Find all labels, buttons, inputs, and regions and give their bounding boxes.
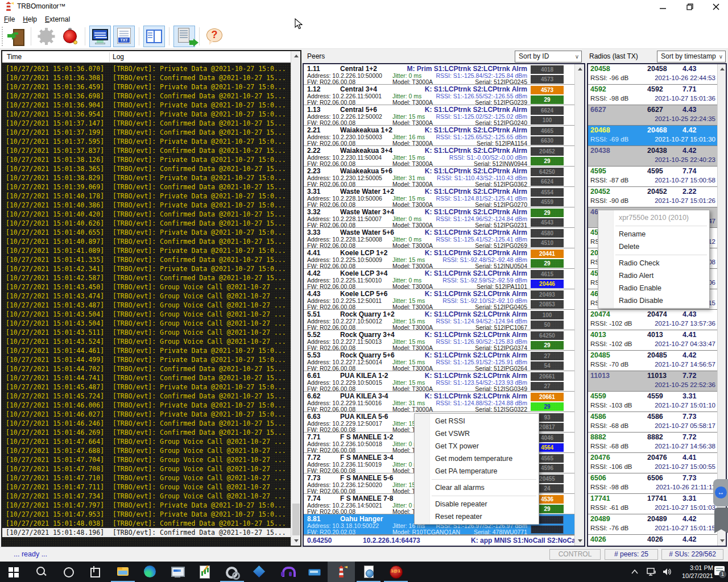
log-row[interactable]: [10/27/2021 15:01:48.196][TRBO/evt]: Con… (2, 528, 291, 537)
radio-row[interactable]: 20458204584.43RSSI: -96 dB2021-10-26 22:… (588, 64, 717, 85)
settings-gear-button[interactable] (35, 26, 57, 47)
log-row[interactable]: [10/27/2021 15:01:38.365][TRBO/evt]: Con… (2, 164, 291, 173)
log-column-log[interactable]: Log (113, 53, 124, 61)
text-log-button[interactable]: TXT (113, 26, 135, 47)
log-column-time[interactable]: Time (7, 53, 22, 61)
remote-widget-tab[interactable]: ↔ (713, 479, 728, 506)
split-view-button[interactable] (143, 26, 165, 47)
taskbar-log-viewer[interactable] (191, 562, 218, 582)
peer-row[interactable]: 5.52Rock Quarry 3+4K: S1:LCPtrnk S2:LCPt… (304, 330, 575, 351)
log-row[interactable]: [10/27/2021 15:01:40.897][TRBO/evt]: Con… (2, 237, 291, 246)
radio-row[interactable]: 20474204744.43RSSI: -102 dB2021-10-27 13… (588, 310, 717, 330)
log-row[interactable]: [10/27/2021 15:01:40.655][TRBO/evt]: Pri… (2, 228, 291, 237)
restore-button[interactable] (680, 0, 700, 14)
menu-item-rename[interactable]: Rename (598, 228, 709, 240)
log-column-divider[interactable] (109, 52, 110, 62)
menu-external[interactable]: External (41, 15, 74, 23)
log-row[interactable]: [10/27/2021 15:01:46.246][TRBO/evt]: Con… (2, 419, 291, 428)
remote-widget-tab-lower[interactable] (714, 508, 728, 533)
radio-row[interactable]: 455945593.31RSSI: -103 dB2021-10-27 15:0… (588, 392, 717, 412)
log-row[interactable]: [10/27/2021 15:01:47.708][TRBO/evt]: Gro… (2, 464, 291, 473)
peer-row[interactable]: 6.62PUA KILEA 3-4K: S1:LCPtrnk S2:LCPtrn… (304, 392, 575, 412)
log-row[interactable]: [10/27/2021 15:01:45.487][TRBO/evt]: Pri… (2, 383, 291, 392)
radio-row[interactable]: 888288827.72RSSI: -68 dB2021-10-27 14:56… (588, 433, 717, 453)
taskbar-edge[interactable] (136, 562, 164, 582)
log-row[interactable]: [10/27/2021 15:01:38.829][TRBO/evt]: Pri… (2, 173, 291, 182)
peer-row[interactable]: 4.43Koele LCP 5+6K: S1:LCPtrnk S2:LCPtrn… (304, 289, 575, 310)
peer-row-mnis[interactable]: 0.64250 10.2.226.14:64473 K: app MNIS S1… (304, 535, 584, 546)
peer-row[interactable]: 5.51Rock Quarry 1+2K: S1:LCPtrnk S2:LCPt… (304, 310, 575, 330)
radio-row[interactable]: 402640264.42 (588, 535, 717, 547)
log-row[interactable]: [10/27/2021 15:01:36.954][TRBO/evt]: Pri… (2, 110, 291, 119)
radio-row[interactable]: 11013110137.722021-10-25 22:52:36 (588, 371, 717, 392)
peer-row[interactable]: 5.53Rock Quarry 5+6K: S1:LCPtrnk S2:LCPt… (304, 351, 575, 371)
menu-item-get-tx-power[interactable]: Get TX power (415, 440, 539, 452)
exit-door-button[interactable] (5, 26, 27, 47)
peer-row[interactable]: 3.33Waste Water 5+6K: S1:LCPtrnk S2:LCPt… (304, 228, 575, 248)
log-row[interactable]: [10/27/2021 15:01:37.595][TRBO/evt]: Pri… (2, 137, 291, 146)
log-row[interactable]: [10/27/2021 15:01:40.420][TRBO/evt]: Con… (2, 210, 291, 219)
taskbar-document-globe[interactable] (355, 562, 382, 582)
scroll-down-icon[interactable] (575, 536, 585, 546)
log-row[interactable]: [10/27/2021 15:01:43.504][TRBO/evt]: Gro… (2, 310, 291, 319)
log-row[interactable]: [10/27/2021 15:01:44.499][TRBO/evt]: Pri… (2, 355, 291, 364)
radio-row[interactable]: 20438204384.422021-10-25 22:40:23 (588, 146, 717, 167)
log-row[interactable]: [10/27/2021 15:01:37.147][TRBO/evt]: Con… (2, 119, 291, 128)
radio-row[interactable]: 20489204894.42RSSI: -76 dB2021-10-27 15:… (588, 514, 717, 535)
peer-row[interactable]: 3.31Waste Water 1+2K: S1:LCPtrnk S2:LCPt… (304, 187, 575, 207)
log-row[interactable]: [10/27/2021 15:01:46.269][TRBO/evt]: Con… (2, 428, 291, 437)
radio-row[interactable]: 20476204764.41RSSI: -106 dB2021-10-27 15… (588, 453, 717, 473)
peer-row[interactable]: 4.42Koele LCP 3+4K: S1:LCPtrnk S2:LCPtrn… (304, 269, 575, 289)
log-row[interactable]: [10/27/2021 15:01:36.904][TRBO/evt]: Pri… (2, 101, 291, 110)
log-row[interactable]: [10/27/2021 15:01:47.664][TRBO/evt]: Gro… (2, 437, 291, 446)
peer-row[interactable]: 2.21Waiakeakua 1+2K: S1:LCPtrnk S2:LCPtr… (304, 126, 575, 146)
menu-item-reset-repeater[interactable]: Reset repeater (415, 510, 539, 523)
log-row[interactable]: [10/27/2021 15:01:41.335][TRBO/evt]: Con… (2, 255, 291, 264)
menu-item-get-modem-temperature[interactable]: Get modem temperature (415, 452, 539, 465)
arrows-left-right-icon[interactable]: ↔ (715, 487, 727, 498)
menu-item-radio-disable[interactable]: Radio Disable (598, 294, 709, 307)
log-row[interactable]: [10/27/2021 15:01:42.587][TRBO/evt]: Con… (2, 273, 291, 282)
radio-row[interactable]: 20452204522.22RSSI: -90 dB2021-10-27 15:… (588, 187, 717, 207)
log-row[interactable]: [10/27/2021 15:01:47.734][TRBO/evt]: Gro… (2, 492, 291, 501)
menu-help[interactable]: Help (19, 15, 41, 23)
scroll-down-icon[interactable] (291, 536, 301, 546)
tray-clock[interactable]: 3:01 PM 10/27/2021 (676, 564, 713, 580)
log-row[interactable]: [10/27/2021 15:01:36.070][TRBO/evt]: Pri… (2, 64, 291, 73)
peers-sort-dropdown[interactable]: Sort by ID ∨ (515, 51, 582, 63)
peer-row[interactable]: 1.13Central 5+6K: S1:LCPtrnk S2:LCPtrnk … (304, 105, 575, 126)
log-row[interactable]: [10/27/2021 15:01:46.027][TRBO/evt]: Pri… (2, 410, 291, 419)
taskbar-trbomonitor[interactable] (328, 562, 355, 582)
log-row[interactable]: [10/27/2021 15:01:43.524][TRBO/evt]: Gro… (2, 337, 291, 346)
menu-file[interactable]: File (0, 15, 19, 23)
taskbar-cube-app[interactable] (246, 562, 273, 582)
log-scroll-thumb[interactable] (292, 504, 300, 535)
radio-row[interactable]: 459245927.71RSSI: -98 dB2021-10-27 15:01… (588, 85, 717, 105)
tray-speaker-icon[interactable] (660, 562, 676, 582)
export-data-button[interactable] (173, 26, 195, 47)
radio-row[interactable]: 662766274.432021-10-25 22:24:35 (588, 105, 717, 126)
radio-row[interactable]: 458645867.73RSSI: -68 dB2021-10-27 05:58… (588, 412, 717, 433)
menu-item-get-rssi[interactable]: Get RSSI (415, 415, 539, 427)
log-row[interactable]: [10/27/2021 15:01:48.038][TRBO/evt]: Con… (2, 519, 291, 528)
taskbar-cortana[interactable] (55, 562, 82, 582)
log-row[interactable]: [10/27/2021 15:01:43.504][TRBO/evt]: Gro… (2, 319, 291, 328)
radio-row[interactable]: 650665067.73RSSI: -98 dB2021-10-26 21:11… (588, 473, 717, 494)
log-row[interactable]: [10/27/2021 15:01:47.704][TRBO/evt]: Gro… (2, 455, 291, 464)
menu-item-get-pa-temperature[interactable]: Get PA temperature (415, 465, 539, 477)
log-row[interactable]: [10/27/2021 15:01:40.386][TRBO/evt]: Pri… (2, 201, 291, 210)
peer-row[interactable]: 1.11Central 1+2M: Prim S1:LCPtrnk S2:LCP… (304, 64, 575, 85)
peer-row[interactable]: 2.22Waiakeakua 3+4K: S1:LCPtrnk S2:LCPtr… (304, 146, 575, 167)
log-row[interactable]: [10/27/2021 15:01:36.308][TRBO/evt]: Con… (2, 73, 291, 82)
log-row[interactable]: [10/27/2021 15:01:43.487][TRBO/evt]: Gro… (2, 301, 291, 310)
log-row[interactable]: [10/27/2021 15:01:36.698][TRBO/evt]: Con… (2, 92, 291, 101)
help-button[interactable]: ? (204, 26, 225, 47)
scroll-up-icon[interactable] (291, 51, 301, 61)
log-row[interactable]: [10/27/2021 15:01:47.953][TRBO/evt]: Pri… (2, 510, 291, 519)
radios-scrollbar[interactable] (717, 64, 726, 546)
scroll-up-icon[interactable] (575, 64, 585, 74)
log-row[interactable]: [10/27/2021 15:01:43.474][TRBO/evt]: Gro… (2, 292, 291, 301)
log-row[interactable]: [10/27/2021 15:01:46.006][TRBO/evt]: Pri… (2, 401, 291, 410)
radio-row[interactable]: 17741177413.31RSSI: -61 dB2021-10-27 15:… (588, 494, 717, 514)
close-button[interactable] (706, 0, 726, 14)
